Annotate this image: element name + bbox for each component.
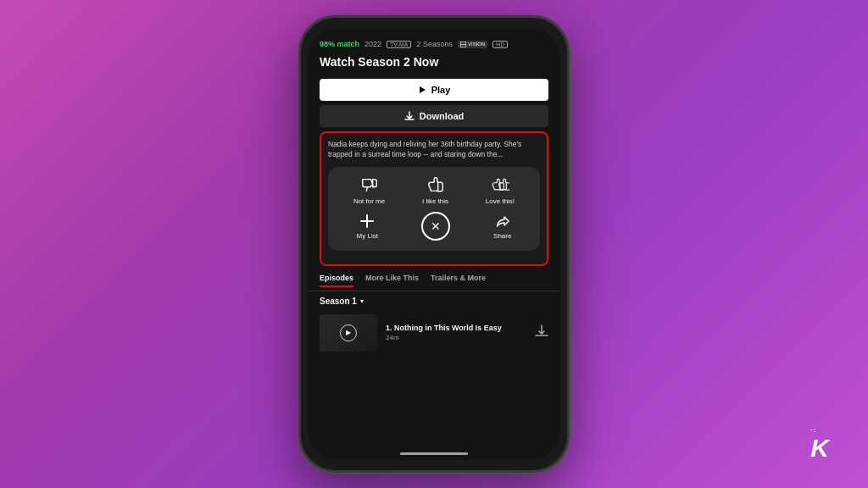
episode-title: 1. Nothing in This World Is Easy xyxy=(386,324,526,334)
info-bar: 98% match 2022 TV-MA 2 Seasons VISION HD xyxy=(308,28,560,53)
rating-options: Not for me I like this xyxy=(335,175,533,205)
hd-badge: HD xyxy=(492,41,508,48)
title-section: Watch Season 2 Now xyxy=(308,53,560,75)
play-label: Play xyxy=(431,85,451,95)
vision-badge: VISION xyxy=(458,41,487,48)
i-like-this-option[interactable]: I like this xyxy=(422,175,448,205)
show-title: Watch Season 2 Now xyxy=(320,55,548,69)
not-for-me-label: Not for me xyxy=(353,197,385,205)
episode-info: 1. Nothing in This World Is Easy 24m xyxy=(386,324,526,341)
episode-duration: 24m xyxy=(386,334,526,341)
vision-icon xyxy=(460,42,466,47)
play-icon xyxy=(418,86,426,94)
share-icon xyxy=(494,213,511,230)
match-badge: 98% match xyxy=(320,40,359,48)
season-label: Season 1 xyxy=(320,297,357,306)
my-list-label: My List xyxy=(357,232,378,240)
svg-line-3 xyxy=(366,187,367,191)
close-button[interactable]: ✕ xyxy=(421,212,450,241)
screen-content: 98% match 2022 TV-MA 2 Seasons VISION HD xyxy=(308,28,560,460)
logo-dots: ·: xyxy=(810,426,829,434)
play-button[interactable]: Play xyxy=(320,79,548,101)
phone-screen: 98% match 2022 TV-MA 2 Seasons VISION HD xyxy=(308,28,560,460)
action-row: My List ✕ xyxy=(335,208,533,244)
play-circle-icon: ▶ xyxy=(340,324,357,341)
branding-area: ·: K xyxy=(810,426,829,461)
episode-row: ▶ 1. Nothing in This World Is Easy 24m xyxy=(308,311,560,355)
my-list-button[interactable]: My List xyxy=(357,213,378,240)
download-label: Download xyxy=(420,111,465,121)
double-thumbs-icon xyxy=(491,175,509,194)
tab-more-like-this[interactable]: More Like This xyxy=(365,274,419,287)
popup-overlay: Nadia keeps dying and reliving her 36th … xyxy=(320,131,548,266)
download-button[interactable]: Download xyxy=(320,105,548,127)
play-overlay: ▶ xyxy=(320,314,377,352)
tabs-row: Episodes More Like This Trailers & More xyxy=(308,270,560,291)
home-indicator xyxy=(400,452,468,455)
download-icon xyxy=(404,111,415,121)
tab-trailers[interactable]: Trailers & More xyxy=(431,274,486,287)
tab-episodes[interactable]: Episodes xyxy=(320,274,353,287)
phone-frame: 98% match 2022 TV-MA 2 Seasons VISION HD xyxy=(298,15,570,473)
phone-container: 98% match 2022 TV-MA 2 Seasons VISION HD xyxy=(298,15,570,473)
thumbs-up-icon xyxy=(426,175,445,194)
episode-download-icon[interactable] xyxy=(535,324,548,341)
svg-marker-2 xyxy=(420,86,426,93)
seasons-label: 2 Seasons xyxy=(416,40,453,48)
season-selector[interactable]: Season 1 ▾ xyxy=(308,291,560,311)
share-button[interactable]: Share xyxy=(493,213,511,240)
background: 98% match 2022 TV-MA 2 Seasons VISION HD xyxy=(298,15,570,473)
tv-rating-badge: TV-MA xyxy=(387,41,411,48)
share-label: Share xyxy=(493,232,511,240)
love-this-label: Love this! xyxy=(486,197,515,205)
rating-popup: Not for me I like this xyxy=(328,167,540,251)
close-circle: ✕ xyxy=(421,212,450,241)
not-for-me-option[interactable]: Not for me xyxy=(353,175,385,205)
i-like-this-label: I like this xyxy=(422,197,448,205)
year-label: 2022 xyxy=(364,40,381,48)
plus-icon xyxy=(359,213,376,230)
knowtechie-logo: K xyxy=(810,435,829,461)
chevron-down-icon: ▾ xyxy=(360,297,364,305)
episode-thumbnail[interactable]: ▶ xyxy=(320,314,377,352)
thumbs-down-icon xyxy=(360,175,379,194)
description-text: Nadia keeps dying and reliving her 36th … xyxy=(328,140,540,160)
love-this-option[interactable]: Love this! xyxy=(486,175,515,205)
